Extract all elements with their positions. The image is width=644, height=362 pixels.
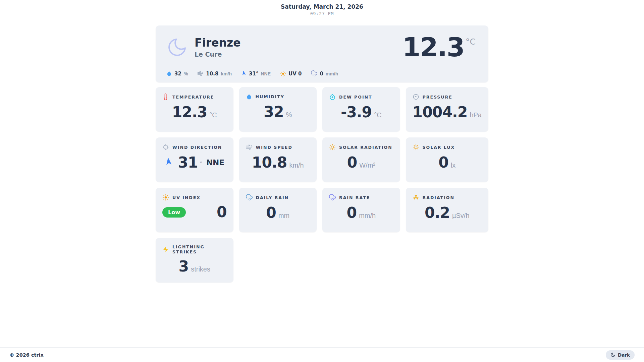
card-value: 1004.2 [413,105,468,120]
sun-icon [329,144,336,150]
card-label: WIND DIRECTION [172,145,222,150]
card-rain-rate: RAIN RATE 0 mm/h [322,188,400,232]
stat-unit: NNE [261,71,271,76]
footer: © 2026 ctrix Dark [0,347,644,362]
card-label: HUMIDITY [256,94,284,99]
card-value: 0 [217,205,227,220]
card-unit: lx [451,162,455,169]
card-unit: hPa [470,111,482,119]
card-value: 10.8 [252,155,287,170]
card-unit: W/m² [359,162,375,169]
card-unit: ° [200,161,202,168]
card-humidity: HUMIDITY 32 % [239,87,317,132]
card-temperature: TEMPERATURE 12.3 °C [156,87,233,132]
card-unit: mm [278,212,289,220]
card-unit: °C [374,111,381,119]
card-value: 31 [178,155,198,170]
wind-direction-compass-point: NNE [206,158,224,167]
card-value: 12.3 [172,105,207,120]
current-date: Saturday, March 21, 2026 [0,3,644,10]
stat-unit: mm/h [326,71,338,76]
card-label: DEW POINT [339,95,372,100]
current-temperature-unit: °C [466,37,476,47]
stat-humidity: 32 % [166,71,188,77]
card-value: 0 [266,205,276,220]
stat-value: 10.8 [206,71,218,77]
navigation-icon [164,158,173,167]
card-unit: mm/h [359,212,376,220]
sun-icon [280,71,286,77]
card-label: TEMPERATURE [172,95,214,100]
wind-icon [246,144,253,150]
card-label: LIGHTNING STRIKES [172,244,227,254]
card-solar-radiation: SOLAR RADIATION 0 W/m² [322,137,400,182]
stat-rain-rate: 0 mm/h [311,70,338,77]
card-label: RAIN RATE [339,195,370,200]
main-content: Firenze Le Cure 12.3 °C 32 % [0,20,644,347]
card-value: 0.2 [425,205,450,220]
card-label: UV INDEX [172,195,201,200]
droplet-icon [166,71,172,76]
cloud-rain-icon [329,194,336,201]
stat-unit: km/h [221,71,232,76]
stat-value: 31° [249,71,258,77]
sun-icon [413,144,419,150]
card-unit: % [286,111,292,119]
gauge-icon [413,94,419,100]
card-uv-index: UV INDEX Low 0 [156,188,233,232]
stat-value: 32 [174,71,181,77]
card-solar-lux: SOLAR LUX 0 lx [406,137,488,182]
station-city: Firenze [195,37,241,49]
uv-level-badge: Low [162,207,186,218]
card-pressure: PRESSURE 1004.2 hPa [406,87,488,132]
moon-icon [166,37,188,58]
lightning-icon [162,246,169,253]
card-value: 32 [264,105,283,119]
station-district: Le Cure [195,51,241,58]
metrics-grid: TEMPERATURE 12.3 °C HUMIDITY 32 % [156,87,488,283]
card-radiation: RADIATION 0.2 µSv/h [406,188,488,232]
card-value: -3.9 [341,105,372,120]
dark-mode-toggle-button[interactable]: Dark [606,350,635,360]
card-unit: µSv/h [452,212,470,220]
stat-value: 0 [320,71,323,77]
droplet-icon [246,94,252,100]
radiation-icon [413,194,419,201]
card-daily-rain: DAILY RAIN 0 mm [239,188,317,232]
card-unit: °C [209,111,217,119]
current-temperature-value: 12.3 [402,35,464,60]
compass-icon [162,144,169,150]
stat-wind-direction: 31° NNE [241,71,271,77]
cloud-rain-icon [246,194,253,201]
card-label: WIND SPEED [256,145,292,150]
card-label: DAILY RAIN [256,195,289,200]
card-value: 3 [179,259,189,274]
stat-unit: % [184,71,188,76]
stat-value: UV 0 [288,71,302,77]
wind-icon [197,70,204,77]
header: Saturday, March 21, 2026 09:27 PM [0,0,644,20]
moon-icon [610,352,615,357]
card-value: 0 [347,155,357,170]
stat-uv: UV 0 [280,71,302,77]
card-label: SOLAR LUX [423,145,455,150]
hero-quick-stats: 32 % 10.8 km/h 31° [156,66,488,82]
stat-wind-speed: 10.8 km/h [197,70,232,77]
thermometer-icon [162,94,169,100]
card-lightning-strikes: LIGHTNING STRIKES 3 strikes [156,238,233,283]
card-label: RADIATION [423,195,454,200]
dark-mode-toggle-label: Dark [618,352,630,358]
sun-icon [162,194,169,201]
card-unit: strikes [191,265,210,273]
card-wind-speed: WIND SPEED 10.8 km/h [239,137,317,182]
card-value: 0 [438,155,448,170]
card-label: PRESSURE [423,95,452,100]
current-conditions-card: Firenze Le Cure 12.3 °C 32 % [156,25,488,82]
card-wind-direction: WIND DIRECTION 31 ° NNE [156,137,233,182]
card-unit: km/h [289,162,304,169]
card-dew-point: DEW POINT -3.9 °C [322,87,400,132]
navigation-icon [241,71,247,76]
card-label: SOLAR RADIATION [339,145,392,150]
cloud-rain-icon [311,70,317,77]
current-time: 09:27 PM [0,11,644,16]
